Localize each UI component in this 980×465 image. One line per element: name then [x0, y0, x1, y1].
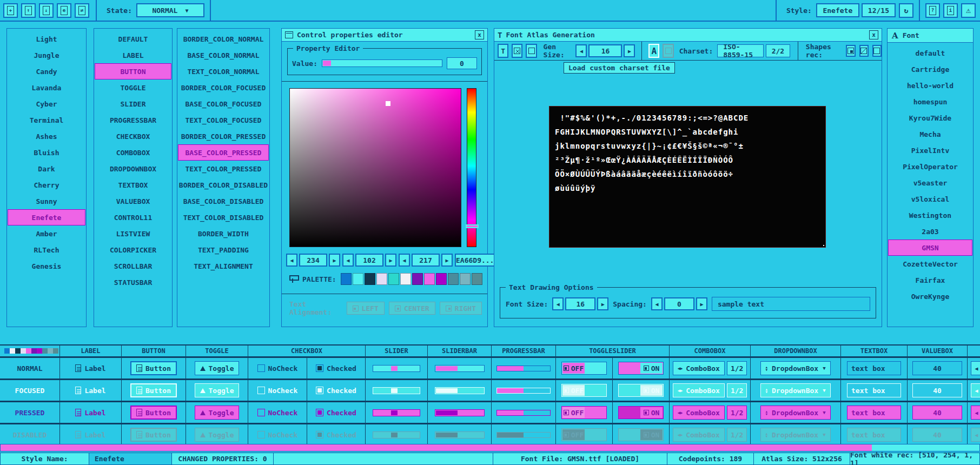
spinner-right-icon[interactable]: ▶ — [696, 297, 707, 310]
font-item-homespun[interactable]: homespun — [888, 94, 972, 110]
sliderbar-control[interactable] — [435, 431, 485, 439]
align-center-button[interactable]: CENTER — [389, 302, 435, 315]
checkbox-checked-control[interactable]: Checked — [316, 431, 356, 439]
textbox-control[interactable]: text box — [847, 428, 901, 442]
spinner-left-icon[interactable]: ◀ — [286, 254, 297, 267]
property-item-text_color_focused[interactable]: TEXT_COLOR_FOCUSED — [178, 112, 269, 128]
font-item-v5easter[interactable]: v5easter — [888, 175, 972, 191]
palette-swatch-4[interactable] — [388, 273, 399, 285]
combobox-control[interactable]: ◀▶ComboBox1/2 — [673, 428, 747, 442]
palette-swatch-8[interactable] — [436, 273, 447, 285]
font-item-pixelintv[interactable]: PixelIntv — [888, 142, 972, 158]
theme-item-bluish[interactable]: Bluish — [8, 144, 85, 161]
font-item-mecha[interactable]: Mecha — [888, 126, 972, 142]
slider-control[interactable] — [373, 365, 420, 372]
style-name-box[interactable]: Enefete — [816, 3, 859, 17]
spinner-left-icon[interactable]: ◀ — [971, 428, 980, 442]
font-item-default[interactable]: default — [888, 45, 972, 61]
button-control[interactable]: Button — [130, 383, 177, 397]
slider-handle[interactable] — [391, 366, 398, 371]
sample-text-input[interactable]: sample text — [712, 297, 870, 311]
button-control[interactable]: Button — [130, 428, 177, 442]
help-button[interactable]: ? — [925, 3, 940, 18]
button-control[interactable]: Button — [130, 361, 177, 375]
control-item-textbox[interactable]: TEXTBOX — [95, 177, 171, 193]
control-item-colorpicker[interactable]: COLORPICKER — [95, 242, 171, 258]
theme-item-candy[interactable]: Candy — [8, 63, 85, 79]
control-item-slider[interactable]: SLIDER — [95, 96, 171, 112]
palette-swatch-7[interactable] — [424, 273, 435, 285]
combobox-main[interactable]: ◀▶ComboBox — [673, 361, 725, 375]
spinner-right-icon[interactable]: ▶ — [329, 254, 340, 267]
property-item-base_color_normal[interactable]: BASE_COLOR_NORMAL — [178, 47, 269, 63]
palette-swatch-6[interactable] — [412, 273, 423, 285]
value-box[interactable]: 0 — [447, 57, 477, 69]
spinner-left-icon[interactable]: ◀ — [971, 383, 980, 397]
combobox-control[interactable]: ◀▶ComboBox1/2 — [673, 406, 747, 420]
toggle-control[interactable]: Toggle — [195, 361, 240, 375]
font-item-westington[interactable]: Westington — [888, 207, 972, 223]
font-item-owrekynge[interactable]: OwreKynge — [888, 288, 972, 304]
theme-item-lavanda[interactable]: Lavanda — [8, 79, 85, 96]
spinner-right-icon[interactable]: ▶ — [624, 44, 635, 57]
toggleslider-off-control[interactable]: OFF — [561, 362, 607, 375]
issue-button[interactable]: ⚠ — [961, 3, 976, 18]
theme-item-cyber[interactable]: Cyber — [8, 96, 85, 112]
checkbox-unchecked-control[interactable]: NoCheck — [257, 364, 298, 373]
toggleslider-on-control[interactable]: ON — [618, 406, 664, 419]
textbox-control[interactable]: text box — [847, 406, 901, 420]
property-item-text_padding[interactable]: TEXT_PADDING — [178, 242, 269, 258]
property-item-text_color_normal[interactable]: TEXT_COLOR_NORMAL — [178, 63, 269, 79]
valuebox-control[interactable]: 40 — [912, 383, 962, 397]
hue-slider-handle[interactable] — [466, 224, 479, 228]
close-icon[interactable]: x — [475, 30, 484, 39]
spinner-left-icon[interactable]: ◀ — [552, 297, 564, 310]
font-item-hello-world[interactable]: hello-world — [888, 77, 972, 94]
textbox-control[interactable]: text box — [847, 361, 901, 375]
font-item-cozettevector[interactable]: CozetteVector — [888, 256, 972, 272]
property-item-base_color_focused[interactable]: BASE_COLOR_FOCUSED — [178, 96, 269, 112]
toggleslider-on-control[interactable]: ON — [618, 384, 664, 397]
font-text-button[interactable]: T — [498, 44, 508, 58]
theme-item-jungle[interactable]: Jungle — [8, 47, 85, 63]
theme-item-dark[interactable]: Dark — [8, 161, 85, 177]
control-item-scrollbar[interactable]: SCROLLBAR — [95, 258, 171, 274]
toggle-control[interactable]: Toggle — [195, 406, 240, 420]
toggleslider-off-control[interactable]: OFF — [561, 428, 607, 441]
red-value[interactable]: 234 — [299, 254, 327, 267]
valuebox-control[interactable]: 40 — [912, 428, 962, 442]
toggle-control[interactable]: Toggle — [195, 383, 240, 397]
font-size-value[interactable]: 16 — [565, 297, 595, 310]
theme-item-rltech[interactable]: RLTech — [8, 242, 85, 258]
color-picker-cursor[interactable] — [386, 101, 390, 106]
checkbox-unchecked-control[interactable]: NoCheck — [257, 409, 298, 417]
property-item-text_alignment[interactable]: TEXT_ALIGNMENT — [178, 258, 269, 274]
hex-value-box[interactable]: EA66D9... — [455, 254, 495, 267]
sliderbar-control[interactable] — [435, 365, 485, 372]
theme-item-terminal[interactable]: Terminal — [8, 112, 85, 128]
control-item-combobox[interactable]: COMBOBOX — [95, 144, 171, 161]
palette-swatch-2[interactable] — [365, 273, 375, 285]
spinner-left-icon[interactable]: ◀ — [971, 406, 980, 420]
checkbox-checked-control[interactable]: Checked — [316, 364, 356, 373]
spinner-left-icon[interactable]: ◀ — [575, 44, 587, 57]
checkbox-checked-control[interactable]: Checked — [316, 387, 356, 395]
value-slider[interactable] — [322, 59, 442, 67]
spinner-left-icon[interactable]: ◀ — [399, 254, 410, 267]
shapes-rec-corner-button[interactable] — [846, 45, 855, 57]
combobox-control[interactable]: ◀▶ComboBox1/2 — [673, 383, 747, 397]
theme-item-enefete[interactable]: Enefete — [8, 209, 85, 225]
align-left-button[interactable]: LEFT — [347, 302, 385, 315]
font-item-gmsn[interactable]: GMSN — [888, 240, 972, 256]
toggleslider-on-control[interactable]: ON — [618, 362, 664, 375]
spinner-right-icon[interactable]: ▶ — [385, 254, 396, 267]
theme-item-ashes[interactable]: Ashes — [8, 128, 85, 144]
charset-count-box[interactable]: 2/2 — [766, 44, 790, 57]
palette-swatch-9[interactable] — [448, 273, 459, 285]
palette-swatch-0[interactable] — [341, 273, 352, 285]
load-charset-button[interactable]: A — [648, 44, 659, 58]
charset-value-box[interactable]: ISO-8859-15 — [717, 44, 763, 57]
unload-font-button[interactable] — [512, 44, 522, 58]
slider-handle[interactable] — [391, 388, 398, 393]
font-item-2a03[interactable]: 2a03 — [888, 223, 972, 240]
